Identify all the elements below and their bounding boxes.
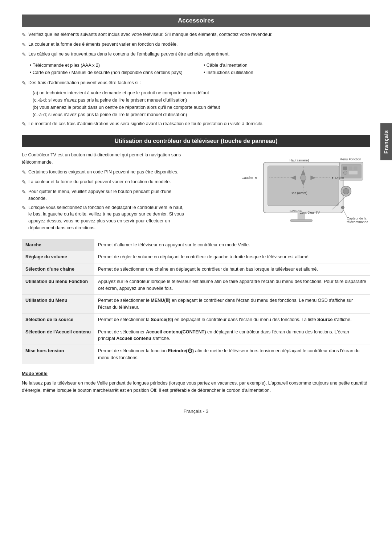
admin-note-icon: ✎	[22, 79, 26, 87]
svg-text:Capteur de la: Capteur de la	[347, 217, 367, 220]
source-list-bold: Source	[317, 317, 332, 322]
note-text-2: La couleur et la forme des éléments peuv…	[28, 41, 177, 48]
tv-illustration-area: SAMSUNG	[193, 151, 370, 231]
feature-desc-source: Permet de sélectionner la Source(⊡) en d…	[94, 313, 370, 326]
svg-text:Menu Fonction: Menu Fonction	[340, 157, 362, 161]
controller-header: Utilisation du contrôleur du téléviseur …	[22, 135, 370, 147]
montant-note-text: Le montant de ces frais d'administration…	[28, 120, 264, 127]
svg-text:Contrôleur TV: Contrôleur TV	[300, 211, 320, 214]
feature-table: Marche Permet d'allumer le téléviseur en…	[22, 239, 370, 364]
svg-text:télécommande: télécommande	[347, 220, 368, 224]
svg-text:Haut (arrière): Haut (arrière)	[290, 159, 309, 162]
feature-desc-mise-hors-tension: Permet de sélectionner la fonction Etein…	[94, 345, 370, 364]
table-row-mise-hors-tension: Mise hors tension Permet de sélectionner…	[22, 345, 370, 364]
ctrl-note-text-1: Certaines fonctions exigeant un code PIN…	[28, 169, 178, 176]
svg-text:Bas (avant): Bas (avant)	[291, 191, 307, 195]
table-row-marche: Marche Permet d'allumer le téléviseur en…	[22, 239, 370, 251]
accessories-bullet-table: Télécommande et piles (AAA x 2) Câble d'…	[29, 61, 377, 77]
svg-point-6	[343, 188, 349, 194]
eteindre-bold: Eteindre(⏻)	[168, 348, 194, 353]
bullet-item-4: Instructions d'utilisation	[204, 69, 377, 76]
admin-items: (a) un technicien intervient à votre dem…	[33, 89, 370, 118]
admin-note-text: Des frais d'administration peuvent vous …	[28, 79, 141, 86]
admin-item-2: (c.-à-d; si vous n'avez pas pris la pein…	[33, 97, 370, 104]
svg-line-31	[343, 209, 347, 217]
svg-rect-13	[349, 171, 358, 174]
ctrl-note-4: ✎ Lorsque vous sélectionnez la fonction …	[22, 204, 185, 231]
ctrl-note-2: ✎ La couleur et la forme du produit peuv…	[22, 178, 185, 186]
controller-left-text: Le Contrôleur TV est un bouton multi-dir…	[22, 151, 185, 234]
accessoires-section: Accessoires ✎ Vérifiez que les éléments …	[22, 15, 370, 128]
svg-point-18	[301, 175, 306, 181]
svg-rect-9	[343, 167, 347, 170]
montant-note-line: ✎ Le montant de ces frais d'administrati…	[22, 120, 370, 128]
table-row-chaine: Sélection d'une chaîne Permet de sélecti…	[22, 263, 370, 276]
note-line-2: ✎ La couleur et la forme des éléments pe…	[22, 41, 370, 49]
page-container: Français Accessoires ✎ Vérifiez que les …	[0, 0, 392, 542]
table-row-accueil: Sélection de l'Accueil contenu Permet de…	[22, 326, 370, 345]
feature-label-menu-fonction: Utilisation du menu Fonction	[22, 275, 94, 295]
montant-note-icon: ✎	[22, 120, 26, 128]
side-tab: Français	[380, 123, 392, 160]
note-icon-2: ✎	[22, 41, 26, 49]
ctrl-note-icon-1: ✎	[22, 169, 26, 176]
feature-desc-volume: Permet de régler le volume en déplaçant …	[94, 251, 370, 263]
ctrl-note-text-2: La couleur et la forme du produit peuven…	[28, 178, 171, 185]
note-icon-3: ✎	[22, 51, 26, 58]
admin-item-1: (a) un technicien intervient à votre dem…	[33, 89, 370, 97]
note-icon-1: ✎	[22, 31, 26, 39]
svg-text:► Droite: ► Droite	[331, 176, 344, 180]
feature-desc-menu-fonction: Appuyez sur le contrôleur lorsque le tél…	[94, 275, 370, 295]
table-row-menu: Utilisation du Menu Permet de sélectionn…	[22, 295, 370, 314]
ctrl-note-text-4: Lorsque vous sélectionnez la fonction en…	[28, 204, 185, 231]
page-footer: Français - 3	[22, 408, 370, 414]
svg-point-12	[344, 171, 347, 174]
feature-label-accueil: Sélection de l'Accueil contenu	[22, 326, 94, 345]
svg-text:Gauche ◄: Gauche ◄	[242, 176, 257, 180]
admin-item-3: (b) vous amenez le produit dans un centr…	[33, 104, 370, 111]
mode-veille-text: Ne laissez pas le téléviseur en mode Vei…	[22, 379, 370, 394]
table-row-volume: Réglage du volume Permet de régler le vo…	[22, 251, 370, 263]
feature-label-chaine: Sélection d'une chaîne	[22, 263, 94, 276]
mode-veille-title: Mode Veille	[22, 370, 370, 378]
svg-rect-3	[291, 219, 313, 222]
bullet-item-1: Télécommande et piles (AAA x 2)	[30, 62, 203, 69]
source-bold: Source(⊡)	[151, 317, 173, 322]
svg-rect-10	[349, 167, 352, 170]
bullet-item-3: Câble d'alimentation	[204, 62, 377, 69]
feature-desc-chaine: Permet de sélectionner une chaîne en dép…	[94, 263, 370, 276]
feature-desc-menu: Permet de sélectionner le MENU(Ⅲ) en dép…	[94, 295, 370, 314]
table-row-source: Sélection de la source Permet de sélecti…	[22, 313, 370, 326]
ctrl-note-text-3: Pour quitter le menu, veuillez appuyer s…	[28, 188, 185, 202]
feature-label-menu: Utilisation du Menu	[22, 295, 94, 314]
table-row-menu-fonction: Utilisation du menu Fonction Appuyez sur…	[22, 275, 370, 295]
accessoires-header: Accessoires	[22, 15, 370, 27]
controller-layout: Le Contrôleur TV est un bouton multi-dir…	[22, 151, 370, 234]
admin-note-line: ✎ Des frais d'administration peuvent vou…	[22, 79, 370, 87]
ctrl-note-1: ✎ Certaines fonctions exigeant un code P…	[22, 169, 185, 176]
ctrl-note-icon-4: ✎	[22, 204, 26, 212]
accueil-bold: Accueil contenu(CONTENT)	[146, 329, 206, 334]
accueil-principal-bold: Accueil contenu	[116, 336, 151, 341]
admin-item-4: (c.-à-d; si vous n'avez pas pris la pein…	[33, 111, 370, 118]
feature-label-marche: Marche	[22, 239, 94, 251]
ctrl-note-3: ✎ Pour quitter le menu, veuillez appuyer…	[22, 188, 185, 202]
bullet-item-2: Carte de garantie / Manuel de sécurité (…	[30, 69, 203, 76]
note-text-3: Les câbles qui ne se trouvent pas dans l…	[28, 51, 230, 58]
note-text-1: Vérifiez que les éléments suivants sont …	[28, 31, 273, 38]
svg-rect-11	[354, 167, 358, 170]
ctrl-note-icon-3: ✎	[22, 188, 26, 196]
menu-bold: MENU(Ⅲ)	[151, 298, 170, 303]
controller-section: Utilisation du contrôleur du téléviseur …	[22, 135, 370, 394]
svg-point-30	[342, 206, 344, 209]
note-line-1: ✎ Vérifiez que les éléments suivants son…	[22, 31, 370, 39]
note-line-3: ✎ Les câbles qui ne se trouvent pas dans…	[22, 51, 370, 58]
feature-label-mise-hors-tension: Mise hors tension	[22, 345, 94, 364]
controller-intro: Le Contrôleur TV est un bouton multi-dir…	[22, 151, 185, 166]
feature-label-volume: Réglage du volume	[22, 251, 94, 263]
mode-veille-section: Mode Veille Ne laissez pas le téléviseur…	[22, 370, 370, 394]
feature-desc-accueil: Permet de sélectionner Accueil contenu(C…	[94, 326, 370, 345]
ctrl-note-icon-2: ✎	[22, 178, 26, 186]
feature-desc-marche: Permet d'allumer le téléviseur en appuya…	[94, 239, 370, 251]
feature-label-source: Sélection de la source	[22, 313, 94, 326]
